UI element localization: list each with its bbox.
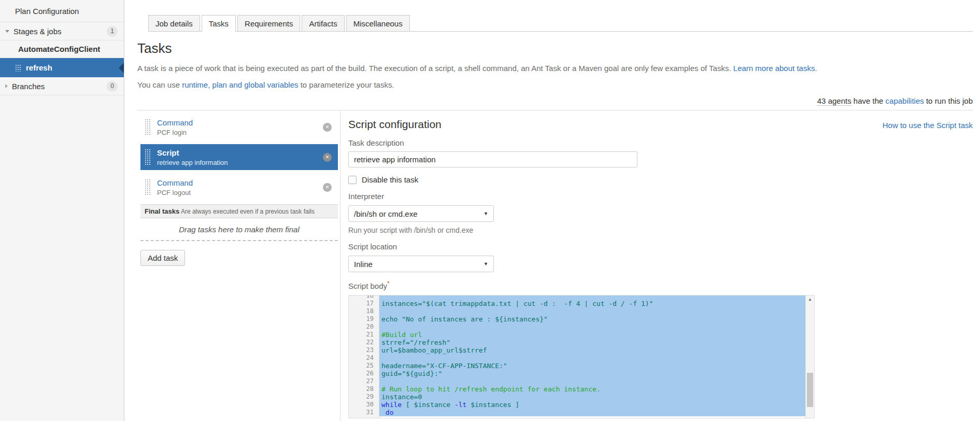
sidebar-item-refresh-job[interactable]: refresh [0,58,124,77]
agents-count: 43 agents [817,96,851,106]
code-line: 24 [349,354,805,362]
code-line: 20 [349,323,805,331]
tasks-page: Tasks A task is a piece of work that is … [124,40,980,421]
sidebar-item-plan-name[interactable]: AutomateConfigClient [0,40,124,58]
chevron-down-icon[interactable] [5,30,9,33]
drag-handle-icon[interactable] [145,149,150,165]
variables-link[interactable]: runtime, plan and global variables [182,80,298,89]
code-text: url=$bamboo_app_url$strref [379,346,805,354]
dropdown-caret-icon: ▼ [484,261,488,266]
learn-more-about-tasks-link[interactable]: Learn more about tasks [733,64,815,73]
code-line: 22strref="/refresh" [349,339,805,346]
task-description-label: Task description [348,138,973,147]
interpreter-selected-value: /bin/sh or cmd.exe [354,209,418,218]
line-number: 31 [349,409,379,416]
page-title: Tasks [137,40,973,57]
task-item-pcf-logout[interactable]: CommandPCF logout✕ [140,174,338,200]
code-text [379,323,805,331]
task-item-retrieve-app-information[interactable]: Scriptretrieve app information✕ [140,144,338,170]
line-number: 19 [349,315,379,323]
script-body-editor[interactable]: 1617instances="$(cat trimappdata.txt | c… [348,295,815,418]
delete-task-icon[interactable]: ✕ [323,153,332,162]
task-title-link[interactable]: Command [157,178,323,188]
code-line: 25headername="X-CF-APP-INSTANCE:" [349,362,805,370]
code-line: 26guid="${guid}:" [349,370,805,377]
stages-count-badge: 1 [107,26,118,37]
interpreter-select[interactable]: /bin/sh or cmd.exe ▼ [348,205,494,222]
code-line: 21#Build url [349,331,805,339]
two-column-layout: CommandPCF login✕Scriptretrieve app info… [137,110,973,421]
code-line: 17instances="$(cat trimappdata.txt | cut… [349,300,805,307]
task-meta: Scriptretrieve app information [150,148,323,166]
code-line: 16 [349,295,805,300]
sidebar-item-branches[interactable]: Branches 0 [0,77,124,95]
code-lines[interactable]: 1617instances="$(cat trimappdata.txt | c… [349,295,805,416]
line-number: 16 [349,295,379,300]
line-number: 20 [349,323,379,331]
tab-tasks[interactable]: Tasks [202,15,236,32]
task-title-link[interactable]: Command [157,118,323,128]
text-segment: to run this job [924,96,973,105]
variables-hint-text: You can use runtime, plan and global var… [137,80,973,90]
code-line: 31 do [349,409,805,416]
app-window: Plan Configuration Stages & jobs 1 Autom… [0,0,980,421]
disable-task-label: Disable this task [362,175,418,184]
disable-task-checkbox[interactable] [348,176,357,184]
line-number: 30 [349,401,379,409]
text-segment: have the [851,96,886,105]
final-tasks-dropzone[interactable] [140,240,338,241]
branches-label: Branches [12,82,45,91]
script-task-help-link[interactable]: How to use the Script task [883,121,973,130]
tab-miscellaneous[interactable]: Miscellaneous [346,15,410,31]
sidebar-title: Plan Configuration [0,0,124,22]
code-line: 23url=$bamboo_app_url$strref [349,346,805,354]
line-number: 21 [349,331,379,339]
task-title-link[interactable]: Script [157,148,323,158]
editor-scrollbar[interactable]: ▲ [805,296,814,418]
tab-job-details[interactable]: Job details [148,15,200,31]
code-text [379,354,805,362]
code-text [379,377,805,385]
code-text: instances="$(cat trimappdata.txt | cut -… [379,300,805,307]
code-line: 30while [ $instance -lt $instances ] [349,401,805,409]
task-meta: CommandPCF login [150,118,323,136]
drag-handle-icon[interactable] [145,179,150,195]
drag-handle-icon [15,64,22,72]
task-list: CommandPCF login✕Scriptretrieve app info… [140,114,340,200]
line-number: 28 [349,385,379,393]
scrollbar-thumb[interactable] [807,373,813,407]
code-text: # Run loop to hit /refresh endpoint for … [379,385,805,393]
delete-task-icon[interactable]: ✕ [323,183,332,192]
main-content: Job detailsTasksRequirementsArtifactsMis… [124,0,980,421]
tab-artifacts[interactable]: Artifacts [302,15,344,31]
script-location-select[interactable]: Inline ▼ [348,256,494,272]
interpreter-help-text: Run your script with /bin/sh or cmd.exe [348,226,973,234]
chevron-right-icon[interactable] [5,84,8,88]
final-tasks-description: Are always executed even if a previous t… [181,208,315,215]
tab-requirements[interactable]: Requirements [237,15,300,31]
task-subtitle: PCF logout [157,189,323,197]
interpreter-label: Interpreter [348,192,973,201]
refresh-job-label: refresh [26,63,52,72]
task-item-pcf-login[interactable]: CommandPCF login✕ [140,114,338,140]
line-number: 23 [349,346,379,354]
stages-jobs-label: Stages & jobs [13,27,62,36]
disable-task-row: Disable this task [348,175,973,184]
task-description-input[interactable] [348,151,637,167]
scroll-up-icon[interactable]: ▲ [806,296,814,303]
code-text: guid="${guid}:" [379,370,805,377]
sidebar-item-stages-jobs[interactable]: Stages & jobs 1 [0,22,124,40]
add-task-button[interactable]: Add task [140,250,185,266]
line-number: 22 [349,339,379,346]
code-text: #Build url [379,331,805,339]
task-meta: CommandPCF logout [150,178,323,197]
agents-capability-line: 43 agents have the capabilities to run t… [137,96,973,105]
script-location-selected-value: Inline [354,260,373,269]
drag-handle-icon[interactable] [145,119,150,135]
text-segment: You can use [137,80,182,89]
text-segment: A task is a piece of work that is being … [137,64,733,73]
capabilities-link[interactable]: capabilities [886,96,924,105]
script-body-label: Script body* [348,280,973,290]
line-number: 24 [349,354,379,362]
delete-task-icon[interactable]: ✕ [323,123,332,132]
